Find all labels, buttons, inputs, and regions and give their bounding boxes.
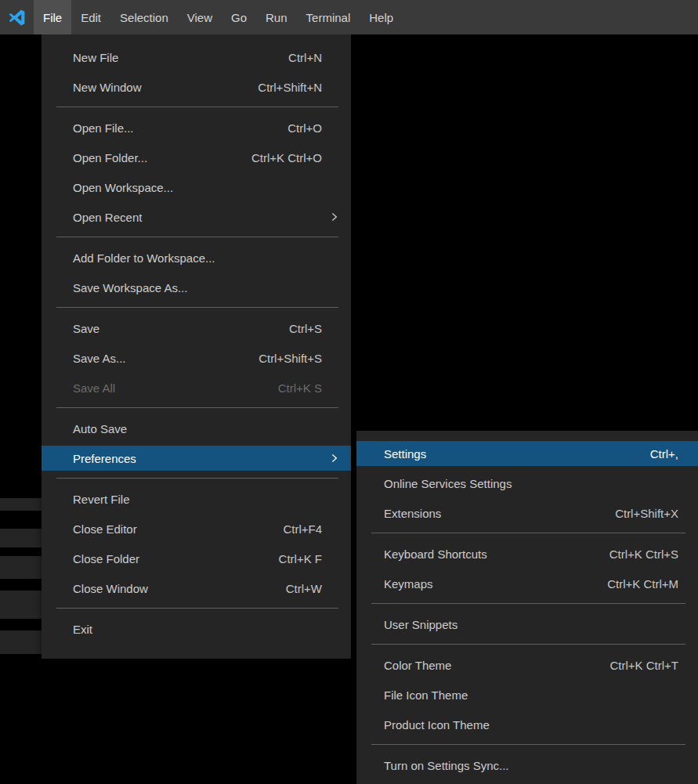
menu-item-label: Open Workspace...: [73, 181, 173, 194]
menu-item-shortcut: Ctrl+K Ctrl+M: [607, 577, 678, 591]
menu-item-shortcut: Ctrl+S: [289, 322, 322, 335]
menu-item-shortcut: Ctrl+K Ctrl+S: [609, 547, 678, 561]
menu-separator: [56, 307, 338, 308]
menubar-item-file[interactable]: File: [34, 0, 71, 34]
menu-item-file-icon-theme[interactable]: File Icon Theme: [356, 680, 698, 710]
menu-separator: [56, 478, 338, 479]
menu-item-label: Close Editor: [73, 522, 137, 536]
menu-separator: [371, 533, 685, 533]
menubar-item-terminal[interactable]: Terminal: [297, 0, 360, 34]
menubar-item-go[interactable]: Go: [222, 0, 256, 34]
preferences-submenu: SettingsCtrl+,Online Services SettingsEx…: [356, 431, 698, 784]
menu-item-label: Save: [73, 322, 99, 335]
menu-item-new-file[interactable]: New FileCtrl+N: [42, 42, 351, 72]
menu-item-label: Open File...: [73, 121, 134, 135]
menu-item-online-services-settings[interactable]: Online Services Settings: [356, 468, 698, 498]
menu-item-turn-on-settings-sync[interactable]: Turn on Settings Sync...: [356, 750, 698, 780]
menu-item-shortcut: Ctrl+K F: [279, 552, 322, 565]
menu-item-label: Close Folder: [73, 552, 139, 565]
menu-separator: [371, 644, 685, 645]
menu-item-keyboard-shortcuts[interactable]: Keyboard ShortcutsCtrl+K Ctrl+S: [356, 539, 698, 569]
menu-item-label: New File: [73, 51, 118, 64]
menu-item-label: Revert File: [73, 493, 130, 506]
menu-item-shortcut: Ctrl+N: [288, 51, 322, 64]
chevron-right-icon: [328, 453, 340, 464]
menubar-item-view[interactable]: View: [178, 0, 222, 34]
menubar-item-help[interactable]: Help: [360, 0, 403, 34]
menu-item-label: Preferences: [73, 452, 136, 465]
menu-item-save-as[interactable]: Save As...Ctrl+Shift+S: [42, 343, 351, 373]
menu-item-close-editor[interactable]: Close EditorCtrl+F4: [42, 514, 351, 544]
menu-item-label: Save As...: [73, 352, 126, 365]
menu-separator: [56, 608, 338, 609]
menu-item-label: Add Folder to Workspace...: [73, 251, 215, 265]
menubar-item-run[interactable]: Run: [256, 0, 297, 34]
menu-item-label: Open Recent: [73, 211, 142, 224]
menu-item-open-file[interactable]: Open File...Ctrl+O: [42, 113, 351, 143]
menu-item-shortcut: Ctrl+,: [650, 447, 678, 461]
menu-separator: [371, 603, 685, 604]
menu-item-label: Keyboard Shortcuts: [384, 547, 487, 561]
menu-item-open-workspace[interactable]: Open Workspace...: [42, 172, 351, 202]
menu-item-open-recent[interactable]: Open Recent: [42, 202, 351, 232]
menu-item-label: File Icon Theme: [384, 688, 468, 702]
menu-item-label: Online Services Settings: [384, 477, 512, 490]
background-stripe: [0, 619, 42, 630]
menu-separator: [56, 107, 338, 107]
menu-item-label: Product Icon Theme: [384, 718, 490, 732]
menu-item-user-snippets[interactable]: User Snippets: [356, 609, 698, 639]
menu-item-auto-save[interactable]: Auto Save: [42, 414, 351, 443]
file-menu: New FileCtrl+NNew WindowCtrl+Shift+NOpen…: [42, 34, 351, 659]
menu-item-extensions[interactable]: ExtensionsCtrl+Shift+X: [356, 498, 698, 528]
menu-item-close-folder[interactable]: Close FolderCtrl+K F: [42, 544, 351, 573]
menu-item-label: Keymaps: [384, 577, 433, 591]
menu-item-label: Close Window: [73, 582, 148, 595]
menu-item-save-all: Save AllCtrl+K S: [42, 373, 351, 403]
menu-item-shortcut: Ctrl+O: [288, 121, 322, 135]
menu-item-label: Extensions: [384, 507, 441, 520]
menu-item-new-window[interactable]: New WindowCtrl+Shift+N: [42, 72, 351, 102]
background-panel-remnant: [0, 498, 42, 654]
menu-item-shortcut: Ctrl+K Ctrl+O: [251, 151, 322, 164]
menu-item-shortcut: Ctrl+Shift+X: [615, 507, 678, 520]
chevron-right-icon: [328, 211, 340, 223]
menu-item-product-icon-theme[interactable]: Product Icon Theme: [356, 710, 698, 739]
menu-separator: [56, 407, 338, 408]
background-stripe: [0, 579, 42, 591]
menu-item-label: New Window: [73, 81, 142, 94]
background-stripe: [0, 511, 42, 529]
menu-item-add-folder-to-workspace[interactable]: Add Folder to Workspace...: [42, 243, 351, 273]
menubar-item-edit[interactable]: Edit: [71, 0, 110, 34]
vscode-logo-icon: [0, 0, 34, 34]
menu-item-label: Color Theme: [384, 659, 451, 672]
menu-separator: [371, 744, 685, 745]
menubar: FileEditSelectionViewGoRunTerminalHelp: [0, 0, 698, 34]
menu-item-shortcut: Ctrl+Shift+S: [259, 352, 322, 365]
menu-item-label: Open Folder...: [73, 151, 147, 164]
menu-item-exit[interactable]: Exit: [42, 614, 351, 644]
menu-item-shortcut: Ctrl+K S: [278, 381, 322, 395]
menu-item-open-folder[interactable]: Open Folder...Ctrl+K Ctrl+O: [42, 143, 351, 172]
menu-item-close-window[interactable]: Close WindowCtrl+W: [42, 573, 351, 603]
menu-item-settings[interactable]: SettingsCtrl+,: [356, 439, 698, 468]
menu-item-revert-file[interactable]: Revert File: [42, 484, 351, 514]
menu-item-keymaps[interactable]: KeymapsCtrl+K Ctrl+M: [356, 569, 698, 598]
menu-item-label: User Snippets: [384, 618, 457, 631]
menu-item-label: Turn on Settings Sync...: [384, 759, 509, 772]
background-stripe: [0, 547, 42, 556]
menu-item-preferences[interactable]: Preferences: [42, 443, 351, 473]
menu-item-label: Save All: [73, 381, 115, 395]
menubar-item-selection[interactable]: Selection: [110, 0, 178, 34]
menu-item-label: Settings: [384, 447, 426, 461]
menu-item-shortcut: Ctrl+F4: [283, 522, 322, 536]
menu-item-label: Auto Save: [73, 422, 127, 435]
menu-item-color-theme[interactable]: Color ThemeCtrl+K Ctrl+T: [356, 650, 698, 680]
menu-separator: [56, 237, 338, 237]
menu-item-label: Save Workspace As...: [73, 281, 187, 294]
menu-item-label: Exit: [73, 623, 92, 636]
menu-item-save-workspace-as[interactable]: Save Workspace As...: [42, 273, 351, 302]
menu-item-save[interactable]: SaveCtrl+S: [42, 313, 351, 343]
menu-item-shortcut: Ctrl+Shift+N: [258, 81, 322, 94]
menu-item-shortcut: Ctrl+W: [286, 582, 322, 595]
menu-item-shortcut: Ctrl+K Ctrl+T: [609, 659, 678, 672]
